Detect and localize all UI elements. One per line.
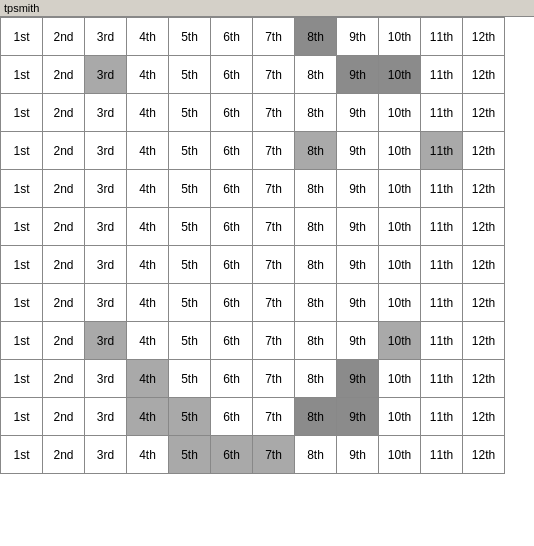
table-cell[interactable]: 5th xyxy=(169,322,211,360)
table-cell[interactable]: 2nd xyxy=(43,246,85,284)
table-cell[interactable]: 11th xyxy=(421,398,463,436)
table-cell[interactable]: 3rd xyxy=(85,94,127,132)
table-cell[interactable]: 4th xyxy=(127,208,169,246)
table-cell[interactable]: 3rd xyxy=(85,132,127,170)
table-cell[interactable]: 9th xyxy=(337,360,379,398)
table-cell[interactable]: 3rd xyxy=(85,170,127,208)
table-cell[interactable]: 10th xyxy=(379,436,421,474)
table-cell[interactable]: 2nd xyxy=(43,132,85,170)
table-cell[interactable]: 8th xyxy=(295,398,337,436)
table-cell[interactable]: 5th xyxy=(169,18,211,56)
table-cell[interactable]: 8th xyxy=(295,56,337,94)
table-cell[interactable]: 2nd xyxy=(43,94,85,132)
table-cell[interactable]: 1st xyxy=(1,246,43,284)
table-cell[interactable]: 7th xyxy=(253,398,295,436)
table-cell[interactable]: 7th xyxy=(253,360,295,398)
table-cell[interactable]: 6th xyxy=(211,94,253,132)
table-cell[interactable]: 1st xyxy=(1,56,43,94)
table-cell[interactable]: 11th xyxy=(421,360,463,398)
table-cell[interactable]: 2nd xyxy=(43,208,85,246)
table-cell[interactable]: 12th xyxy=(463,208,505,246)
table-cell[interactable]: 5th xyxy=(169,436,211,474)
table-cell[interactable]: 7th xyxy=(253,284,295,322)
table-cell[interactable]: 7th xyxy=(253,436,295,474)
table-cell[interactable]: 10th xyxy=(379,398,421,436)
table-cell[interactable]: 12th xyxy=(463,360,505,398)
table-cell[interactable]: 5th xyxy=(169,398,211,436)
table-cell[interactable]: 11th xyxy=(421,18,463,56)
table-cell[interactable]: 6th xyxy=(211,436,253,474)
table-cell[interactable]: 2nd xyxy=(43,398,85,436)
table-cell[interactable]: 5th xyxy=(169,284,211,322)
table-cell[interactable]: 8th xyxy=(295,322,337,360)
table-cell[interactable]: 9th xyxy=(337,246,379,284)
table-cell[interactable]: 10th xyxy=(379,94,421,132)
table-cell[interactable]: 4th xyxy=(127,56,169,94)
table-cell[interactable]: 7th xyxy=(253,246,295,284)
table-cell[interactable]: 9th xyxy=(337,284,379,322)
table-cell[interactable]: 12th xyxy=(463,284,505,322)
table-cell[interactable]: 10th xyxy=(379,132,421,170)
table-cell[interactable]: 5th xyxy=(169,56,211,94)
table-cell[interactable]: 1st xyxy=(1,360,43,398)
table-cell[interactable]: 9th xyxy=(337,94,379,132)
table-cell[interactable]: 1st xyxy=(1,18,43,56)
table-cell[interactable]: 8th xyxy=(295,94,337,132)
table-cell[interactable]: 1st xyxy=(1,436,43,474)
table-cell[interactable]: 6th xyxy=(211,246,253,284)
table-cell[interactable]: 2nd xyxy=(43,436,85,474)
table-cell[interactable]: 6th xyxy=(211,132,253,170)
table-cell[interactable]: 2nd xyxy=(43,360,85,398)
table-cell[interactable]: 8th xyxy=(295,246,337,284)
table-cell[interactable]: 11th xyxy=(421,246,463,284)
table-cell[interactable]: 4th xyxy=(127,132,169,170)
table-cell[interactable]: 10th xyxy=(379,18,421,56)
table-cell[interactable]: 6th xyxy=(211,398,253,436)
table-cell[interactable]: 6th xyxy=(211,360,253,398)
table-cell[interactable]: 3rd xyxy=(85,436,127,474)
table-cell[interactable]: 5th xyxy=(169,94,211,132)
table-cell[interactable]: 12th xyxy=(463,322,505,360)
table-cell[interactable]: 9th xyxy=(337,322,379,360)
table-cell[interactable]: 3rd xyxy=(85,284,127,322)
table-cell[interactable]: 7th xyxy=(253,208,295,246)
table-cell[interactable]: 12th xyxy=(463,94,505,132)
table-cell[interactable]: 10th xyxy=(379,170,421,208)
table-cell[interactable]: 11th xyxy=(421,436,463,474)
table-cell[interactable]: 5th xyxy=(169,208,211,246)
table-cell[interactable]: 9th xyxy=(337,56,379,94)
table-cell[interactable]: 8th xyxy=(295,132,337,170)
table-cell[interactable]: 9th xyxy=(337,132,379,170)
table-cell[interactable]: 4th xyxy=(127,398,169,436)
table-cell[interactable]: 5th xyxy=(169,170,211,208)
table-cell[interactable]: 4th xyxy=(127,18,169,56)
table-cell[interactable]: 8th xyxy=(295,208,337,246)
table-cell[interactable]: 8th xyxy=(295,360,337,398)
table-cell[interactable]: 12th xyxy=(463,132,505,170)
table-cell[interactable]: 6th xyxy=(211,208,253,246)
table-cell[interactable]: 10th xyxy=(379,284,421,322)
table-cell[interactable]: 12th xyxy=(463,246,505,284)
table-cell[interactable]: 2nd xyxy=(43,18,85,56)
table-cell[interactable]: 3rd xyxy=(85,208,127,246)
table-cell[interactable]: 1st xyxy=(1,170,43,208)
table-cell[interactable]: 10th xyxy=(379,360,421,398)
table-cell[interactable]: 4th xyxy=(127,170,169,208)
table-cell[interactable]: 6th xyxy=(211,322,253,360)
table-cell[interactable]: 9th xyxy=(337,18,379,56)
table-cell[interactable]: 9th xyxy=(337,398,379,436)
table-cell[interactable]: 5th xyxy=(169,246,211,284)
table-cell[interactable]: 1st xyxy=(1,398,43,436)
table-cell[interactable]: 4th xyxy=(127,360,169,398)
table-cell[interactable]: 9th xyxy=(337,436,379,474)
table-cell[interactable]: 3rd xyxy=(85,18,127,56)
table-cell[interactable]: 2nd xyxy=(43,56,85,94)
table-cell[interactable]: 7th xyxy=(253,322,295,360)
table-cell[interactable]: 9th xyxy=(337,170,379,208)
table-cell[interactable]: 4th xyxy=(127,246,169,284)
table-cell[interactable]: 6th xyxy=(211,284,253,322)
table-cell[interactable]: 6th xyxy=(211,56,253,94)
table-cell[interactable]: 6th xyxy=(211,170,253,208)
table-cell[interactable]: 7th xyxy=(253,132,295,170)
table-cell[interactable]: 2nd xyxy=(43,284,85,322)
